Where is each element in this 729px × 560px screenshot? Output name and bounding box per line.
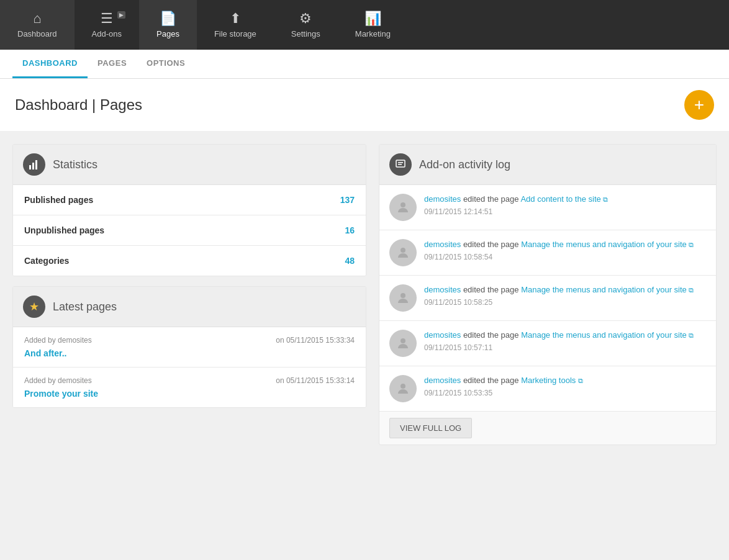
statistics-rows: Published pages 137 Unpublished pages 16… (13, 185, 366, 276)
external-link-icon-2: ⧉ (689, 286, 694, 294)
statistics-title: Statistics (53, 158, 97, 171)
svg-point-8 (401, 293, 405, 298)
stat-value-categories: 48 (345, 256, 355, 266)
nav-label-filestorage: File storage (214, 29, 256, 38)
tab-dashboard[interactable]: DASHBOARD (12, 50, 88, 78)
svg-point-9 (401, 338, 405, 343)
page-entry-1: Added by demosites on 05/11/2015 15:33:1… (13, 368, 366, 407)
activity-action-2: edited the page (463, 285, 521, 294)
nav-item-dashboard[interactable]: ⌂ Dashboard (0, 0, 75, 50)
activity-action-0: edited the page (463, 194, 521, 204)
pages-icon: 📄 (160, 12, 176, 25)
svg-point-6 (401, 202, 405, 207)
page-entry-0: Added by demosites on 05/11/2015 15:33:3… (13, 327, 366, 368)
view-full-log-button[interactable]: VIEW FULL LOG (389, 418, 472, 438)
activity-log-header: Add-on activity log (379, 145, 716, 185)
activity-log-card: Add-on activity log demosites edited the… (379, 144, 717, 445)
stat-value-published: 137 (340, 195, 355, 205)
activity-user-2[interactable]: demosites (424, 285, 461, 294)
activity-text-3: demosites edited the page Manage the men… (424, 330, 706, 352)
statistics-icon (23, 153, 45, 176)
avatar-1 (389, 239, 417, 266)
nav-label-marketing: Marketing (355, 29, 391, 38)
page-entry-date-1: on 05/11/2015 15:33:14 (276, 376, 355, 385)
addons-icon: ☰ (101, 12, 113, 25)
avatar-0 (389, 194, 417, 221)
activity-user-1[interactable]: demosites (424, 240, 461, 249)
activity-page-4[interactable]: Marketing tools (521, 376, 576, 385)
page-entry-meta-1: Added by demosites on 05/11/2015 15:33:1… (24, 376, 355, 385)
nav-item-filestorage[interactable]: ⬆ File storage (197, 0, 274, 50)
activity-timestamp-3: 09/11/2015 10:57:11 (424, 343, 706, 352)
main-content: Statistics Published pages 137 Unpublish… (0, 132, 729, 560)
activity-action-1: edited the page (463, 240, 521, 249)
right-column: Add-on activity log demosites edited the… (379, 144, 717, 560)
stat-row-categories: Categories 48 (13, 246, 366, 276)
marketing-icon: 📊 (364, 12, 381, 25)
activity-page-0[interactable]: Add content to the site (520, 194, 600, 204)
avatar-3 (389, 330, 417, 357)
activity-log-title: Add-on activity log (419, 158, 510, 171)
nav-label-dashboard: Dashboard (17, 29, 57, 38)
add-page-button[interactable]: + (684, 90, 714, 120)
top-navigation: ⌂ Dashboard ☰ Add-ons ▶ 📄 Pages ⬆ File s… (0, 0, 729, 50)
nav-label-settings: Settings (291, 29, 320, 38)
activity-entry-0: demosites edited the page Add content to… (379, 185, 716, 230)
addons-badge: ▶ (117, 11, 125, 19)
nav-item-marketing[interactable]: 📊 Marketing (338, 0, 408, 50)
activity-user-4[interactable]: demosites (424, 376, 461, 385)
nav-label-pages: Pages (156, 29, 179, 38)
external-link-icon-3: ⧉ (689, 332, 694, 339)
activity-entry-2: demosites edited the page Manage the men… (379, 276, 716, 321)
activity-timestamp-1: 09/11/2015 10:58:54 (424, 253, 706, 261)
external-link-icon-0: ⧉ (603, 196, 608, 203)
activity-timestamp-2: 09/11/2015 10:58:25 (424, 298, 706, 307)
tab-pages[interactable]: PAGES (88, 50, 137, 78)
activity-action-3: edited the page (463, 330, 521, 340)
page-entry-link-0[interactable]: And after.. (24, 348, 66, 358)
external-link-icon-1: ⧉ (689, 241, 694, 248)
svg-rect-0 (29, 165, 31, 169)
activity-line1-2: demosites edited the page Manage the men… (424, 284, 706, 296)
activity-page-1[interactable]: Manage the menus and navigation of your … (521, 240, 687, 249)
sub-tabs: DASHBOARD PAGES OPTIONS (0, 50, 729, 79)
stat-row-published: Published pages 137 (13, 185, 366, 215)
nav-label-addons: Add-ons (92, 29, 122, 38)
stat-label-categories: Categories (24, 256, 69, 266)
svg-rect-5 (398, 164, 402, 165)
activity-user-0[interactable]: demosites (424, 194, 461, 204)
nav-item-settings[interactable]: ⚙ Settings (274, 0, 338, 50)
stat-row-unpublished: Unpublished pages 16 (13, 215, 366, 246)
activity-text-2: demosites edited the page Manage the men… (424, 284, 706, 307)
activity-line1-4: demosites edited the page Marketing tool… (424, 375, 706, 386)
home-icon: ⌂ (33, 12, 41, 25)
activity-page-3[interactable]: Manage the menus and navigation of your … (521, 330, 687, 340)
nav-item-addons[interactable]: ☰ Add-ons ▶ (75, 0, 139, 50)
activity-line1-0: demosites edited the page Add content to… (424, 194, 706, 205)
activity-timestamp-0: 09/11/2015 12:14:51 (424, 207, 706, 216)
activity-user-3[interactable]: demosites (424, 330, 461, 340)
external-link-icon-4: ⧉ (578, 377, 583, 384)
latest-pages-icon: ★ (23, 296, 45, 318)
activity-entry-4: demosites edited the page Marketing tool… (379, 366, 716, 412)
tab-options[interactable]: OPTIONS (137, 50, 195, 78)
svg-rect-3 (396, 160, 405, 167)
avatar-2 (389, 284, 417, 312)
page-header: Dashboard | Pages + (0, 79, 729, 132)
activity-page-2[interactable]: Manage the menus and navigation of your … (521, 285, 687, 294)
activity-entry-1: demosites edited the page Manage the men… (379, 230, 716, 276)
activity-action-4: edited the page (463, 376, 521, 385)
activity-text-4: demosites edited the page Marketing tool… (424, 375, 706, 397)
nav-item-pages[interactable]: 📄 Pages (139, 0, 197, 50)
page-entry-link-1[interactable]: Promote your site (24, 389, 98, 399)
activity-line1-1: demosites edited the page Manage the men… (424, 239, 706, 250)
page-entry-meta-0: Added by demosites on 05/11/2015 15:33:3… (24, 336, 355, 345)
svg-point-7 (401, 248, 405, 253)
svg-rect-4 (398, 162, 403, 163)
stat-label-unpublished: Unpublished pages (24, 225, 104, 235)
filestorage-icon: ⬆ (230, 12, 241, 25)
activity-log-icon (389, 153, 412, 176)
svg-point-10 (401, 384, 405, 389)
page-entry-date-0: on 05/11/2015 15:33:34 (276, 336, 355, 345)
svg-rect-1 (32, 163, 34, 169)
